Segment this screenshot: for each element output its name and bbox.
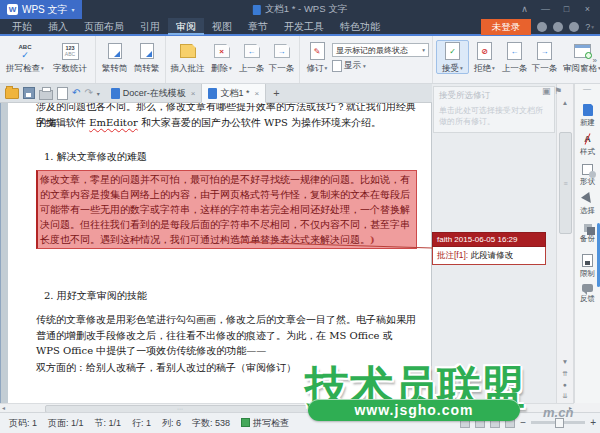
quick-access-more-icon[interactable]: ▾	[97, 90, 100, 97]
ribbon-overflow-button[interactable]: »	[593, 56, 597, 65]
spell-check-button[interactable]: ABC✓ 拼写检查▾	[3, 40, 47, 73]
comment-body[interactable]: 批注[f1]: 此段请修改	[432, 247, 546, 265]
page-left-gutter	[0, 84, 8, 403]
close-tab-icon[interactable]: ×	[255, 89, 260, 98]
help-icon: ?	[585, 22, 590, 32]
close-button[interactable]: ×	[578, 2, 597, 16]
heading-1: 1. 解决文章修改的难题	[44, 149, 419, 165]
print-icon[interactable]	[39, 90, 53, 100]
print-preview-icon[interactable]	[57, 87, 68, 100]
accept-change-button[interactable]: ✓ 接受▾	[436, 40, 469, 74]
open-file-icon[interactable]	[5, 88, 19, 99]
accept-change-icon: ✓	[445, 42, 460, 60]
zoom-slider[interactable]	[531, 421, 585, 424]
collapse-ribbon-button[interactable]: ∧	[515, 2, 534, 16]
previous-page-icon[interactable]: ⇈	[557, 369, 573, 379]
chevron-down-icon: ▾	[72, 6, 75, 13]
sidebar-item-select[interactable]: 选择	[575, 194, 600, 216]
tab-section[interactable]: 章节	[240, 18, 276, 35]
sidebar-item-styles[interactable]: A 样式	[575, 134, 600, 157]
vertical-scrollbar-thumb[interactable]: ≡	[559, 132, 572, 234]
comment-balloon[interactable]: faith 2015-06-05 16:29 批注[f1]: 此段请修改	[432, 232, 546, 265]
docer-tab[interactable]: Docer-在线模板 ×	[105, 84, 202, 102]
show-markup-button[interactable]: 显示 ▾	[332, 60, 429, 72]
scroll-up-icon[interactable]: ▲	[557, 98, 573, 108]
tab-developer[interactable]: 开发工具	[276, 18, 332, 35]
scroll-down-icon[interactable]: ▼	[557, 357, 573, 367]
tab-insert[interactable]: 插入	[40, 18, 76, 35]
tab-review[interactable]: 审阅	[168, 18, 204, 35]
markup-state-select[interactable]: 显示标记的最终状态 ▾	[332, 43, 429, 57]
previous-change-button[interactable]: ← 上一条	[500, 40, 529, 73]
x-glyph: ×	[215, 45, 229, 57]
status-word-count[interactable]: 字数: 538	[192, 417, 230, 430]
document1-tab[interactable]: 文档1 * ×	[201, 83, 266, 103]
new-tab-button[interactable]: +	[266, 87, 286, 99]
chevron-down-icon: ▾	[591, 24, 594, 30]
next-change-button[interactable]: → 下一条	[530, 40, 559, 73]
review-ribbon: ABC✓ 拼写检查▾ 123ABC 字数统计 繁转简 简转繁	[0, 36, 600, 84]
next-change-icon: →	[537, 42, 552, 60]
grip-glyph: ⋯	[177, 407, 183, 411]
styles-icon: A	[584, 134, 591, 145]
check-glyph: ✓	[21, 51, 29, 59]
status-section: 节: 1/1	[95, 417, 122, 430]
delete-comment-button[interactable]: × 删除▾	[207, 40, 236, 73]
comments-pane-pin-icon[interactable]: ⚑	[554, 86, 562, 96]
chevron-down-icon: ▾	[460, 63, 463, 73]
right-arrow-glyph: →	[275, 45, 289, 57]
minimize-button[interactable]: —	[536, 2, 555, 16]
tab-view[interactable]: 视图	[204, 18, 240, 35]
insert-comment-button[interactable]: 插入批注	[169, 40, 206, 73]
sidebar-item-shapes[interactable]: 形状	[575, 164, 600, 187]
comments-pane-settings-icon[interactable]: ▣	[542, 86, 551, 96]
comment-scope-bracket: )	[370, 234, 375, 245]
help-button[interactable]: ? ▾	[585, 22, 594, 32]
vertical-scrollbar[interactable]: ▲ ≡ ▼ ⇈ ● ⇊	[556, 84, 574, 403]
login-button[interactable]: 未登录	[481, 19, 532, 35]
sidebar-item-feedback[interactable]: 反馈	[575, 284, 600, 304]
update-icon[interactable]	[553, 22, 563, 32]
backup-icon	[584, 224, 592, 232]
close-tab-icon[interactable]: ×	[191, 89, 196, 98]
tab-references[interactable]: 引用	[132, 18, 168, 35]
theme-icon[interactable]	[569, 22, 579, 32]
redo-icon[interactable]: ↷	[84, 87, 92, 99]
save-icon[interactable]	[23, 87, 35, 99]
previous-comment-icon: ←	[244, 42, 260, 60]
comment-ref-label: 批注[f1]:	[437, 250, 468, 260]
show-markup-icon	[332, 60, 342, 72]
trad-to-simp-button[interactable]: 繁转简	[99, 40, 130, 73]
next-comment-button[interactable]: → 下一条	[267, 40, 296, 73]
browse-object-icon[interactable]: ●	[557, 380, 573, 390]
sidebar-item-new[interactable]: 新建	[575, 104, 600, 128]
quick-access-toolbar: ↶ ↷ ▾	[0, 87, 105, 100]
tab-special-features[interactable]: 特色功能	[332, 18, 388, 35]
wps-logo-icon: W	[7, 4, 18, 15]
reject-change-button[interactable]: ⊘ 拒绝▾	[470, 40, 499, 73]
insert-comment-icon	[180, 42, 196, 60]
status-spell-check[interactable]: 拼写检查	[241, 417, 289, 430]
maximize-button[interactable]: □	[557, 2, 576, 16]
trad-to-simp-icon	[108, 42, 122, 60]
tab-home[interactable]: 开始	[4, 18, 40, 35]
comments-group: 插入批注 × 删除▾ ← 上一条 → 下一条	[166, 36, 300, 83]
app-menu-button[interactable]: W WPS 文字 ▾	[0, 0, 82, 19]
zoom-in-button[interactable]: +	[590, 418, 596, 428]
watermark-extra: m.cn	[543, 405, 573, 420]
scroll-left-icon[interactable]: ◂	[2, 404, 5, 412]
next-page-icon[interactable]: ⇊	[557, 391, 573, 401]
collapse-panel-icon[interactable]: —	[583, 84, 591, 93]
word-count-button[interactable]: 123ABC 字数统计	[48, 40, 92, 73]
chevron-down-icon: ▾	[325, 63, 328, 73]
simp-to-trad-button[interactable]: 简转繁	[131, 40, 162, 73]
tab-page-layout[interactable]: 页面布局	[76, 18, 132, 35]
chevron-down-icon: ▾	[229, 63, 232, 73]
comment-text: 此段请修改	[471, 250, 514, 260]
zoom-out-button[interactable]: −	[520, 418, 526, 428]
track-changes-button[interactable]: ✎ 修订▾	[303, 40, 331, 73]
undo-icon[interactable]: ↶	[72, 87, 80, 99]
previous-comment-button[interactable]: ← 上一条	[237, 40, 266, 73]
skin-icon[interactable]	[537, 22, 547, 32]
status-column: 列: 6	[162, 417, 181, 430]
